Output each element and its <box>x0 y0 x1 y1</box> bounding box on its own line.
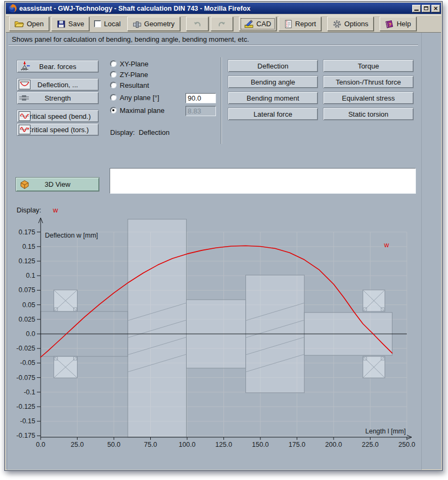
save-label: Save <box>68 20 84 28</box>
critical-speed-tors-icon <box>20 126 29 133</box>
client-area: Shows panel for calculation of bending, … <box>6 33 441 469</box>
radio-resultant-label: Resultant <box>120 81 149 89</box>
open-label: Open <box>27 20 44 28</box>
separator-line <box>9 44 418 45</box>
local-checkbox-row[interactable]: Local <box>94 20 120 28</box>
report-label: Report <box>295 20 316 28</box>
deflection-panel-label: Deflection, ... <box>37 81 78 89</box>
help-label: Help <box>397 20 411 28</box>
bending-moment-label: Bending moment <box>246 94 299 102</box>
cube-3d-icon <box>19 180 30 189</box>
save-floppy-icon <box>57 20 66 28</box>
strength-button[interactable]: Strength <box>17 92 99 104</box>
display-info-label: Display: <box>110 128 135 136</box>
critical-speed-torsion-label: Critical speed (tors.) <box>27 126 89 134</box>
bending-moment-button[interactable]: Bending moment <box>228 92 318 104</box>
tension-thrust-button[interactable]: Tension-/Thrust force <box>323 75 414 88</box>
svg-text:175.0: 175.0 <box>289 441 305 448</box>
radio-maximal-label: Maximal plane <box>120 106 165 115</box>
static-torsion-label: Static torsion <box>348 110 388 118</box>
critical-speed-torsion-button[interactable]: Critical speed (tors.) <box>17 123 99 136</box>
message-box <box>110 168 416 194</box>
title-bar: eassistant - GWJ-Technology - Shaft calc… <box>6 3 441 14</box>
status-text: Shows panel for calculation of bending, … <box>12 35 249 43</box>
svg-text:-0.05: -0.05 <box>20 359 36 367</box>
svg-text:125.0: 125.0 <box>215 441 232 448</box>
radio-any-plane[interactable]: Any plane [°] <box>110 93 159 102</box>
deflection-chart: 0.025.050.075.0100.0125.0150.0175.0200.0… <box>7 209 421 469</box>
close-button[interactable]: × <box>431 5 440 12</box>
equivalent-stress-button[interactable]: Equivalent stress <box>323 92 414 104</box>
svg-text:50.0: 50.0 <box>107 441 120 448</box>
cad-label: CAD <box>257 20 271 28</box>
critical-speed-bending-label: Critical speed (bend.) <box>25 112 91 120</box>
radio-xy-plane[interactable]: XY-Plane <box>110 59 149 68</box>
svg-text:0.05: 0.05 <box>22 301 35 309</box>
deflection-result-button[interactable]: Deflection <box>228 59 318 72</box>
geometry-shaft-icon <box>133 20 142 28</box>
svg-text:0.125: 0.125 <box>19 257 35 265</box>
local-checkbox[interactable] <box>94 20 101 27</box>
bending-angle-button[interactable]: Bending angle <box>228 75 318 88</box>
svg-text:225.0: 225.0 <box>362 441 379 448</box>
svg-text:25.0: 25.0 <box>71 441 83 448</box>
window-controls: × <box>412 5 440 12</box>
save-button[interactable]: Save <box>51 17 90 31</box>
cad-button[interactable]: CAD <box>239 17 276 31</box>
svg-text:0.1: 0.1 <box>26 272 35 279</box>
radio-resultant-circle[interactable] <box>110 82 117 88</box>
bending-angle-label: Bending angle <box>251 78 295 86</box>
svg-text:200.0: 200.0 <box>325 441 342 448</box>
radio-resultant[interactable]: Resultant <box>110 81 149 89</box>
torque-button[interactable]: Torque <box>323 59 414 72</box>
radio-xy-circle[interactable] <box>110 60 117 67</box>
radio-any-circle[interactable] <box>110 94 117 101</box>
view-3d-label: 3D View <box>44 180 70 188</box>
redo-button[interactable] <box>211 17 233 31</box>
bear-forces-button[interactable]: Bear. forces <box>17 60 99 73</box>
options-button[interactable]: Options <box>327 17 374 31</box>
svg-text:-0.125: -0.125 <box>17 403 35 410</box>
static-torsion-button[interactable]: Static torsion <box>323 108 414 120</box>
svg-text:-0.075: -0.075 <box>17 374 35 382</box>
firefox-icon <box>8 4 17 13</box>
bearing-support-icon <box>19 62 30 71</box>
svg-text:-0.15: -0.15 <box>20 417 36 425</box>
strength-shaft-icon <box>19 94 29 102</box>
svg-text:0.025: 0.025 <box>19 316 35 323</box>
radio-maximal-circle[interactable] <box>110 107 117 113</box>
minimize-button[interactable] <box>412 5 421 12</box>
radio-zy-plane[interactable]: ZY-Plane <box>110 70 148 79</box>
critical-speed-bending-button[interactable]: Critical speed (bend.) <box>17 110 99 123</box>
svg-text:?: ? <box>389 21 392 27</box>
geometry-button[interactable]: Geometry <box>127 17 180 31</box>
svg-text:Length l [mm]: Length l [mm] <box>365 428 406 435</box>
open-button[interactable]: Open <box>9 17 49 31</box>
any-plane-input[interactable] <box>186 93 216 103</box>
help-button[interactable]: ? Help <box>380 17 416 31</box>
options-gear-icon <box>333 20 342 28</box>
redo-icon <box>218 20 226 28</box>
svg-text:0.075: 0.075 <box>19 286 35 294</box>
report-document-icon <box>284 20 292 28</box>
undo-button[interactable] <box>186 17 208 31</box>
strength-label: Strength <box>44 94 71 102</box>
maximize-button[interactable] <box>422 5 430 12</box>
report-button[interactable]: Report <box>279 17 321 31</box>
view-3d-button[interactable]: 3D View <box>16 177 99 192</box>
tension-thrust-label: Tension-/Thrust force <box>336 78 401 86</box>
radio-xy-label: XY-Plane <box>120 60 149 68</box>
toolbar: Open Save Local Geometry <box>6 15 441 33</box>
radio-maximal-plane[interactable]: Maximal plane <box>110 106 165 115</box>
lateral-force-button[interactable]: Lateral force <box>228 108 318 120</box>
maximal-plane-input[interactable] <box>186 106 216 116</box>
deflection-panel-button[interactable]: Deflection, ... <box>17 78 99 91</box>
display-info: Display: Deflection <box>110 128 169 136</box>
equivalent-stress-label: Equivalent stress <box>342 94 395 102</box>
critical-speed-bend-icon <box>20 112 29 120</box>
deflection-curve-icon <box>20 81 29 88</box>
undo-icon <box>193 20 202 28</box>
svg-text:0.175: 0.175 <box>19 228 35 236</box>
radio-zy-circle[interactable] <box>110 71 117 78</box>
lateral-force-label: Lateral force <box>253 110 292 118</box>
